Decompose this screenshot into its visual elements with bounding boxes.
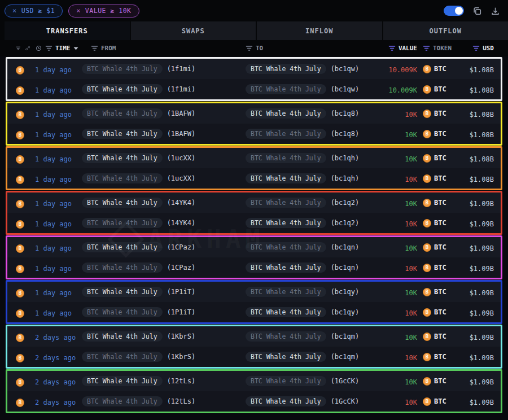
transfer-row[interactable]: B1 day agoBTC Whale 4th July(1f1mi)BTC W…	[7, 59, 501, 79]
token-cell[interactable]: BBTC	[417, 333, 453, 341]
transfer-row[interactable]: B1 day agoBTC Whale 4th July(1CPaz)BTC W…	[7, 257, 501, 278]
from-address[interactable]: (1KbrS)	[167, 353, 196, 361]
token-cell[interactable]: BBTC	[417, 243, 453, 252]
to-address[interactable]: (bc1qh)	[331, 174, 360, 182]
transfer-row[interactable]: B1 day agoBTC Whale 4th July(1BAFW)BTC W…	[7, 103, 501, 124]
token-cell[interactable]: BBTC	[417, 199, 453, 207]
from-address[interactable]: (1ucXX)	[167, 154, 196, 162]
from-entity-pill[interactable]: BTC Whale 4th July	[82, 262, 163, 273]
to-entity-pill[interactable]: BTC Whale 4th July	[246, 64, 326, 74]
from-entity-pill[interactable]: BTC Whale 4th July	[82, 331, 163, 342]
transfer-row[interactable]: B2 days agoBTC Whale 4th July(1KbrS)BTC …	[7, 347, 501, 367]
to-address[interactable]: (bc1q8)	[331, 110, 360, 117]
from-address[interactable]: (14YK4)	[167, 219, 196, 227]
time-ago[interactable]: 1 day ago	[35, 265, 72, 273]
to-entity-pill[interactable]: BTC Whale 4th July	[246, 218, 326, 228]
to-address[interactable]: (bc1qh)	[331, 154, 360, 162]
to-entity-pill[interactable]: BTC Whale 4th July	[246, 173, 326, 183]
from-address[interactable]: (1f1mi)	[167, 85, 196, 93]
from-address[interactable]: (1CPaz)	[167, 264, 196, 272]
transfer-row[interactable]: B1 day agoBTC Whale 4th July(1ucXX)BTC W…	[7, 168, 501, 189]
from-entity-pill[interactable]: BTC Whale 4th July	[82, 198, 163, 208]
token-cell[interactable]: BBTC	[417, 174, 453, 183]
filter-chip-value[interactable]: × VALUE ≥ 10K	[68, 5, 139, 18]
time-ago[interactable]: 1 day ago	[35, 111, 72, 119]
from-address[interactable]: (1CPaz)	[167, 243, 196, 251]
tab-swaps[interactable]: SWAPS	[131, 21, 256, 40]
time-ago[interactable]: 1 day ago	[35, 131, 72, 139]
to-address[interactable]: (bc1qn)	[331, 243, 360, 251]
token-cell[interactable]: BBTC	[417, 110, 453, 118]
from-entity-pill[interactable]: BTC Whale 4th July	[82, 129, 163, 139]
to-address[interactable]: (bc1qy)	[331, 308, 360, 316]
from-entity-pill[interactable]: BTC Whale 4th July	[82, 242, 163, 252]
transfer-row[interactable]: B1 day agoBTC Whale 4th July(1BAFW)BTC W…	[7, 124, 501, 144]
to-entity-pill[interactable]: BTC Whale 4th July	[246, 198, 326, 208]
time-ago[interactable]: 1 day ago	[35, 244, 72, 252]
live-toggle[interactable]	[444, 6, 464, 16]
from-entity-pill[interactable]: BTC Whale 4th July	[82, 64, 163, 74]
from-address[interactable]: (12tLs)	[167, 377, 196, 385]
header-value[interactable]: VALUE	[366, 45, 417, 52]
from-address[interactable]: (1f1mi)	[167, 65, 196, 73]
header-token[interactable]: TOKEN	[417, 45, 453, 52]
copy-icon[interactable]	[472, 6, 482, 16]
to-entity-pill[interactable]: BTC Whale 4th July	[246, 262, 326, 273]
time-ago[interactable]: 1 day ago	[35, 66, 72, 74]
download-icon[interactable]	[491, 6, 500, 16]
from-address[interactable]: (1BAFW)	[167, 130, 196, 138]
to-address[interactable]: (bc1qy)	[331, 288, 360, 296]
time-ago[interactable]: 2 days ago	[35, 334, 76, 342]
tab-inflow[interactable]: INFLOW	[257, 21, 382, 40]
token-cell[interactable]: BBTC	[417, 130, 453, 138]
time-ago[interactable]: 1 day ago	[35, 289, 72, 297]
to-address[interactable]: (bc1qn)	[331, 264, 360, 272]
transfer-row[interactable]: B2 days agoBTC Whale 4th July(12tLs)BTC …	[7, 391, 501, 412]
time-ago[interactable]: 2 days ago	[35, 399, 76, 406]
from-entity-pill[interactable]: BTC Whale 4th July	[82, 218, 163, 228]
header-to[interactable]: TO	[242, 45, 366, 52]
from-address[interactable]: (14YK4)	[167, 199, 196, 207]
token-cell[interactable]: BBTC	[417, 85, 453, 94]
to-entity-pill[interactable]: BTC Whale 4th July	[246, 376, 326, 386]
from-entity-pill[interactable]: BTC Whale 4th July	[82, 376, 163, 386]
time-ago[interactable]: 1 day ago	[35, 155, 72, 163]
from-entity-pill[interactable]: BTC Whale 4th July	[82, 352, 163, 362]
transfer-row[interactable]: B2 days agoBTC Whale 4th July(1KbrS)BTC …	[7, 326, 501, 347]
transfer-row[interactable]: B1 day agoBTC Whale 4th July(1f1mi)BTC W…	[7, 79, 501, 99]
from-entity-pill[interactable]: BTC Whale 4th July	[82, 108, 163, 119]
from-address[interactable]: (1P1iT)	[167, 308, 196, 316]
filter-icon-active[interactable]	[388, 45, 396, 51]
transfer-row[interactable]: B2 days agoBTC Whale 4th July(12tLs)BTC …	[7, 371, 501, 391]
time-ago[interactable]: 1 day ago	[35, 220, 72, 228]
to-address[interactable]: (1GcCK)	[331, 377, 360, 385]
time-ago[interactable]: 2 days ago	[35, 378, 76, 386]
time-ago[interactable]: 1 day ago	[35, 176, 72, 183]
from-entity-pill[interactable]: BTC Whale 4th July	[82, 307, 163, 317]
remove-filter-icon[interactable]: ×	[12, 7, 17, 15]
transfer-row[interactable]: B1 day agoBTC Whale 4th July(1P1iT)BTC W…	[7, 302, 501, 322]
filter-icon[interactable]	[16, 45, 21, 51]
to-address[interactable]: (bc1q2)	[331, 219, 360, 227]
to-address[interactable]: (bc1q2)	[331, 199, 360, 207]
filter-icon[interactable]	[246, 45, 253, 51]
time-ago[interactable]: 2 days ago	[35, 354, 76, 362]
time-ago[interactable]: 1 day ago	[35, 200, 72, 208]
filter-icon[interactable]	[91, 45, 98, 51]
token-cell[interactable]: BBTC	[417, 288, 453, 296]
to-entity-pill[interactable]: BTC Whale 4th July	[246, 153, 326, 163]
to-entity-pill[interactable]: BTC Whale 4th July	[246, 331, 326, 342]
to-entity-pill[interactable]: BTC Whale 4th July	[246, 352, 326, 362]
to-address[interactable]: (bc1qw)	[331, 65, 360, 73]
remove-filter-icon[interactable]: ×	[76, 7, 81, 15]
transfer-row[interactable]: B1 day agoBTC Whale 4th July(14YK4)BTC W…	[7, 193, 501, 213]
link-icon[interactable]	[25, 45, 30, 51]
to-address[interactable]: (bc1qm)	[331, 353, 360, 361]
from-entity-pill[interactable]: BTC Whale 4th July	[82, 396, 163, 406]
time-ago[interactable]: 1 day ago	[35, 309, 72, 317]
to-entity-pill[interactable]: BTC Whale 4th July	[246, 396, 326, 406]
to-entity-pill[interactable]: BTC Whale 4th July	[246, 84, 326, 94]
filter-icon-active[interactable]	[472, 45, 480, 51]
token-cell[interactable]: BBTC	[417, 377, 453, 386]
token-cell[interactable]: BBTC	[417, 154, 453, 163]
